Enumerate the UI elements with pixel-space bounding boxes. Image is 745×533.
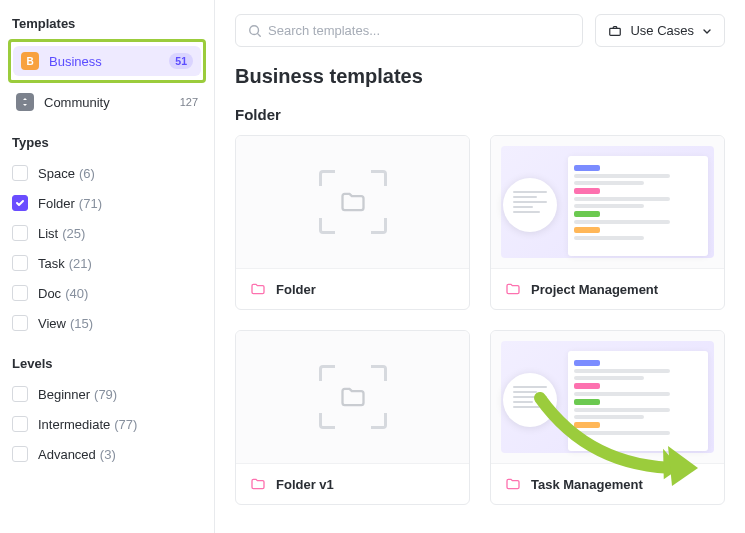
types-header: Types bbox=[8, 129, 206, 158]
filter-type-list[interactable]: List (25) bbox=[8, 218, 206, 248]
checkbox-icon bbox=[12, 446, 28, 462]
filter-type-view[interactable]: View (15) bbox=[8, 308, 206, 338]
filter-label: Folder bbox=[38, 196, 75, 211]
search-input-wrapper[interactable] bbox=[235, 14, 583, 47]
filter-type-task[interactable]: Task (21) bbox=[8, 248, 206, 278]
filter-count: (3) bbox=[100, 447, 116, 462]
card-footer: Task Management bbox=[491, 463, 724, 504]
folder-icon bbox=[250, 281, 266, 297]
business-badge-icon: B bbox=[21, 52, 39, 70]
filter-type-space[interactable]: Space (6) bbox=[8, 158, 206, 188]
checkbox-icon bbox=[12, 255, 28, 271]
checkbox-icon bbox=[12, 386, 28, 402]
sidebar-item-community[interactable]: Community 127 bbox=[8, 87, 206, 117]
checkbox-icon bbox=[12, 165, 28, 181]
sidebar-item-count: 51 bbox=[169, 53, 193, 69]
sidebar-item-business[interactable]: B Business 51 bbox=[13, 46, 201, 76]
card-title: Project Management bbox=[531, 282, 658, 297]
template-card-folder-v1[interactable]: Folder v1 bbox=[235, 330, 470, 505]
folder-icon bbox=[505, 281, 521, 297]
template-card-folder[interactable]: Folder bbox=[235, 135, 470, 310]
card-title: Folder bbox=[276, 282, 316, 297]
filter-type-doc[interactable]: Doc (40) bbox=[8, 278, 206, 308]
card-footer: Folder v1 bbox=[236, 463, 469, 504]
briefcase-icon bbox=[608, 24, 622, 38]
checkbox-icon bbox=[12, 416, 28, 432]
sidebar-item-label: Community bbox=[44, 95, 180, 110]
chevron-down-icon bbox=[702, 26, 712, 36]
sidebar-item-count: 127 bbox=[180, 96, 198, 108]
annotation-highlight-business: B Business 51 bbox=[8, 39, 206, 83]
filter-label: Advanced bbox=[38, 447, 96, 462]
placeholder-frame-icon bbox=[319, 170, 387, 234]
card-title: Folder v1 bbox=[276, 477, 334, 492]
filter-count: (25) bbox=[62, 226, 85, 241]
folder-icon bbox=[505, 476, 521, 492]
folder-icon bbox=[250, 476, 266, 492]
main-content: Use Cases Business templates Folder Fold… bbox=[215, 0, 745, 533]
usecases-label: Use Cases bbox=[630, 23, 694, 38]
filter-count: (77) bbox=[114, 417, 137, 432]
svg-rect-1 bbox=[610, 28, 621, 35]
filter-count: (40) bbox=[65, 286, 88, 301]
filter-label: Intermediate bbox=[38, 417, 110, 432]
filter-level-advanced[interactable]: Advanced (3) bbox=[8, 439, 206, 469]
filter-label: List bbox=[38, 226, 58, 241]
filter-count: (15) bbox=[70, 316, 93, 331]
filter-label: Beginner bbox=[38, 387, 90, 402]
filter-type-folder[interactable]: Folder (71) bbox=[8, 188, 206, 218]
card-footer: Project Management bbox=[491, 268, 724, 309]
card-grid: Folder Project Management bbox=[235, 135, 725, 505]
checkbox-icon bbox=[12, 285, 28, 301]
levels-header: Levels bbox=[8, 350, 206, 379]
template-card-project-management[interactable]: Project Management bbox=[490, 135, 725, 310]
sidebar-item-label: Business bbox=[49, 54, 169, 69]
sidebar: Templates B Business 51 Community 127 Ty… bbox=[0, 0, 215, 533]
page-title: Business templates bbox=[235, 65, 725, 88]
filter-count: (21) bbox=[69, 256, 92, 271]
filter-level-beginner[interactable]: Beginner (79) bbox=[8, 379, 206, 409]
checkbox-icon bbox=[12, 225, 28, 241]
card-footer: Folder bbox=[236, 268, 469, 309]
filter-count: (6) bbox=[79, 166, 95, 181]
search-input[interactable] bbox=[268, 23, 570, 38]
card-preview bbox=[491, 331, 724, 463]
card-preview bbox=[236, 136, 469, 268]
search-icon bbox=[248, 24, 262, 38]
placeholder-frame-icon bbox=[319, 365, 387, 429]
card-preview bbox=[236, 331, 469, 463]
filter-label: View bbox=[38, 316, 66, 331]
filter-count: (79) bbox=[94, 387, 117, 402]
checkbox-icon bbox=[12, 315, 28, 331]
card-preview bbox=[491, 136, 724, 268]
filter-count: (71) bbox=[79, 196, 102, 211]
topbar: Use Cases bbox=[235, 14, 725, 47]
card-title: Task Management bbox=[531, 477, 643, 492]
filter-label: Space bbox=[38, 166, 75, 181]
usecases-button[interactable]: Use Cases bbox=[595, 14, 725, 47]
filter-level-intermediate[interactable]: Intermediate (77) bbox=[8, 409, 206, 439]
filter-label: Doc bbox=[38, 286, 61, 301]
checkbox-checked-icon bbox=[12, 195, 28, 211]
filter-label: Task bbox=[38, 256, 65, 271]
community-badge-icon bbox=[16, 93, 34, 111]
template-card-task-management[interactable]: Task Management bbox=[490, 330, 725, 505]
group-title: Folder bbox=[235, 106, 725, 123]
templates-header: Templates bbox=[8, 10, 206, 39]
